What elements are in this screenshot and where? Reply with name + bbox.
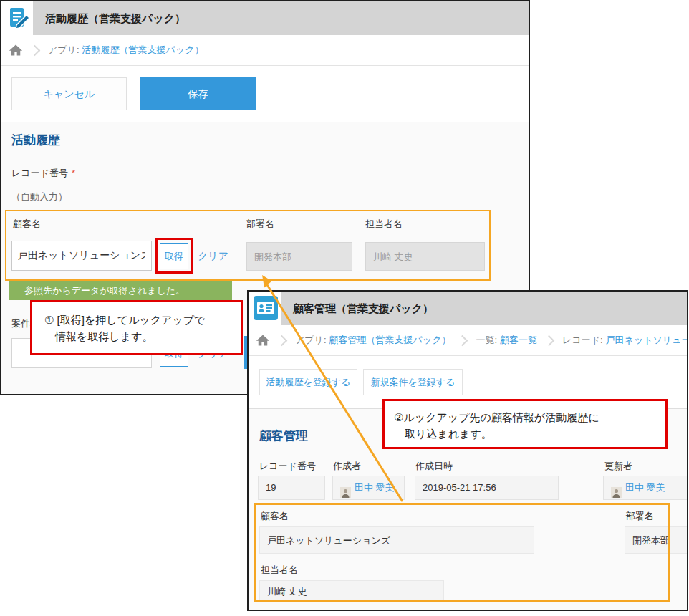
breadcrumb-chevron-icon <box>276 335 288 346</box>
record-number-value: 19 <box>258 476 325 500</box>
breadcrumb: アプリ: 活動履歴（営業支援パック） <box>1 35 529 66</box>
user-avatar-icon <box>340 483 351 494</box>
updater-user-link[interactable]: 田中 愛美 <box>625 476 665 500</box>
previous-record-chevron-icon[interactable]: 〈 <box>675 370 688 396</box>
cancel-button[interactable]: キャンセル <box>11 77 127 110</box>
register-activity-button[interactable]: 活動履歴を登録する <box>259 369 357 395</box>
user-avatar-icon <box>611 483 622 494</box>
breadcrumb-chevron-icon <box>29 44 41 56</box>
lookup-fields-highlight-box <box>5 210 491 281</box>
breadcrumb-chevron-icon <box>544 335 555 346</box>
auto-input-note: （自動入力） <box>11 191 67 203</box>
creator-label: 作成者 <box>333 460 361 473</box>
breadcrumb-prefix: レコード: <box>562 334 603 347</box>
lookup-success-toast: 参照先からデータが取得されました。 <box>9 281 232 300</box>
created-at-value: 2019-05-21 17:56 <box>415 476 559 500</box>
home-icon[interactable] <box>256 333 270 347</box>
lookup-source-highlight-box <box>254 503 670 602</box>
breadcrumb-app-link[interactable]: 活動履歴（営業支援パック） <box>82 44 204 57</box>
breadcrumb-prefix: アプリ: <box>295 334 327 347</box>
form-section-title: 活動履歴 <box>11 132 60 148</box>
app-title: 顧客管理（営業支援パック） <box>281 292 687 325</box>
breadcrumb-prefix: アプリ: <box>48 44 80 57</box>
creator-user-link[interactable]: 田中 愛美 <box>355 476 395 500</box>
annotation-step2: ②ルックアップ先の顧客情報が活動履歴に 取り込まれます。 <box>382 399 668 449</box>
record-number-label: レコード番号 <box>259 460 316 473</box>
breadcrumb-prefix: 一覧: <box>476 334 497 347</box>
get-button-highlight-box <box>155 238 193 274</box>
record-number-label: レコード番号* <box>11 167 75 180</box>
updater-value: 田中 愛美 <box>603 476 688 500</box>
activity-app-edit-icon <box>6 6 31 30</box>
annotation-step1: ① [取得]を押してルックアップで 情報を取得します。 <box>30 300 243 355</box>
register-case-button[interactable]: 新規案件を登録する <box>363 369 463 395</box>
window-titlebar: 顧客管理（営業支援パック） <box>281 292 687 325</box>
breadcrumb-record-link[interactable]: 戸田ネットソリューションズ <box>606 334 687 347</box>
breadcrumb-app-link[interactable]: 顧客管理（営業支援パック） <box>329 334 451 347</box>
breadcrumb-chevron-icon <box>457 335 468 346</box>
created-at-label: 作成日時 <box>415 460 453 473</box>
breadcrumb-list-link[interactable]: 顧客一覧 <box>500 334 537 347</box>
creator-value: 田中 愛美 <box>332 476 405 500</box>
home-icon[interactable] <box>9 43 23 57</box>
updater-label: 更新者 <box>604 460 632 473</box>
form-section-title: 顧客管理 <box>259 428 308 444</box>
required-asterisk: * <box>72 168 75 178</box>
window-titlebar: 活動履歴（営業支援パック） <box>33 1 529 35</box>
app-title: 活動履歴（営業支援パック） <box>33 1 529 35</box>
breadcrumb: アプリ: 顧客管理（営業支援パック） 一覧: 顧客一覧 レコード: 戸田ネットソ… <box>249 325 687 356</box>
customer-app-card-icon <box>254 296 278 320</box>
save-button[interactable]: 保存 <box>140 77 256 110</box>
customer-management-window: 顧客管理（営業支援パック） アプリ: 顧客管理（営業支援パック） 一覧: 顧客一… <box>247 290 688 611</box>
